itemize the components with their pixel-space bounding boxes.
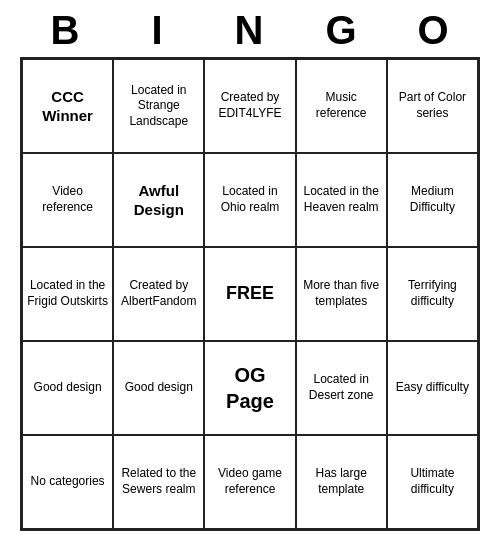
bingo-cell-r4c3[interactable]: Has large template	[296, 435, 387, 529]
bingo-cell-r3c2[interactable]: OG Page	[204, 341, 295, 435]
bingo-cell-r3c4[interactable]: Easy difficulty	[387, 341, 478, 435]
bingo-cell-r0c3[interactable]: Music reference	[296, 59, 387, 153]
title-n: N	[210, 8, 290, 53]
bingo-cell-r1c4[interactable]: Medium Difficulty	[387, 153, 478, 247]
bingo-cell-r2c1[interactable]: Created by AlbertFandom	[113, 247, 204, 341]
bingo-cell-r4c1[interactable]: Related to the Sewers realm	[113, 435, 204, 529]
bingo-cell-r4c2[interactable]: Video game reference	[204, 435, 295, 529]
bingo-cell-r2c0[interactable]: Located in the Frigid Outskirts	[22, 247, 113, 341]
title-i: I	[118, 8, 198, 53]
bingo-cell-r3c0[interactable]: Good design	[22, 341, 113, 435]
bingo-grid: CCC WinnerLocated in Strange LandscapeCr…	[20, 57, 480, 531]
title-b: B	[26, 8, 106, 53]
bingo-cell-r2c4[interactable]: Terrifying difficulty	[387, 247, 478, 341]
bingo-cell-r0c4[interactable]: Part of Color series	[387, 59, 478, 153]
bingo-cell-r3c1[interactable]: Good design	[113, 341, 204, 435]
bingo-cell-r0c1[interactable]: Located in Strange Landscape	[113, 59, 204, 153]
bingo-cell-r3c3[interactable]: Located in Desert zone	[296, 341, 387, 435]
bingo-cell-r2c2[interactable]: FREE	[204, 247, 295, 341]
bingo-cell-r1c0[interactable]: Video reference	[22, 153, 113, 247]
bingo-cell-r2c3[interactable]: More than five templates	[296, 247, 387, 341]
bingo-cell-r0c2[interactable]: Created by EDIT4LYFE	[204, 59, 295, 153]
bingo-cell-r1c1[interactable]: Awful Design	[113, 153, 204, 247]
bingo-cell-r4c4[interactable]: Ultimate difficulty	[387, 435, 478, 529]
bingo-cell-r1c2[interactable]: Located in Ohio realm	[204, 153, 295, 247]
bingo-cell-r1c3[interactable]: Located in the Heaven realm	[296, 153, 387, 247]
title-o: O	[394, 8, 474, 53]
title-g: G	[302, 8, 382, 53]
bingo-title: B I N G O	[20, 0, 480, 57]
bingo-cell-r0c0[interactable]: CCC Winner	[22, 59, 113, 153]
bingo-cell-r4c0[interactable]: No categories	[22, 435, 113, 529]
